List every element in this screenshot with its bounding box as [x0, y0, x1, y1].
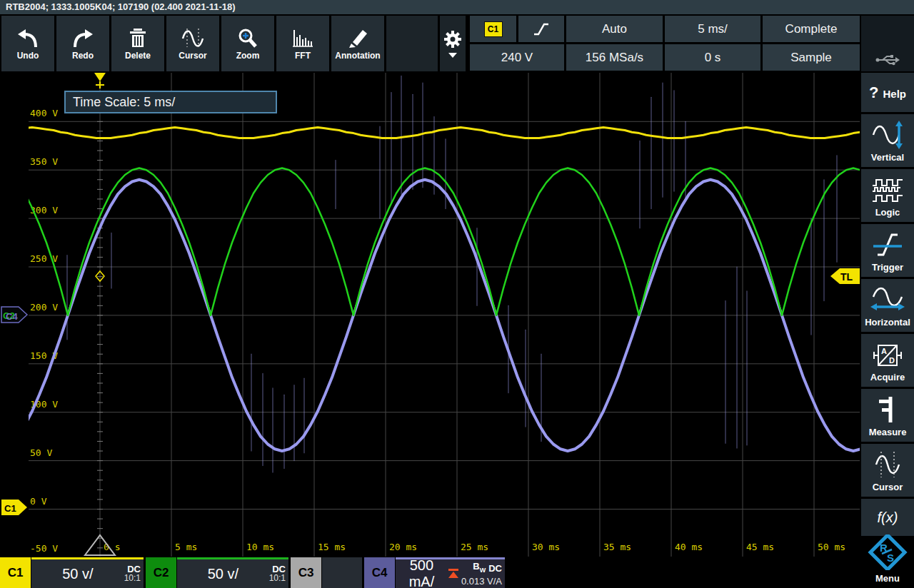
sidebar-item-acquire[interactable]: A D Acquire — [861, 334, 914, 387]
trigger-mode-cell[interactable]: Auto — [566, 16, 663, 42]
channel-c3-panel[interactable] — [322, 557, 362, 588]
channel-c4-panel[interactable]: 500 mA/ BW DC 0.013 V/A — [396, 557, 505, 588]
x-axis-label: 45 ms — [746, 542, 774, 552]
svg-text:S: S — [887, 552, 894, 564]
markers: C1C2C4TL — [1, 73, 860, 555]
trigger-slope-icon — [872, 230, 903, 259]
measure-caliper-icon — [873, 395, 902, 424]
oscilloscope-screen: { "title_bar": { "text": "RTB2004; 1333.… — [0, 0, 914, 588]
settings-button[interactable] — [440, 16, 466, 71]
acquisition-state-cell[interactable]: Complete — [763, 16, 860, 42]
status-cluster: C1 240 V Auto 156 MSa/s 5 ms/ 0 s Comple… — [470, 16, 860, 71]
pencil-icon — [346, 27, 370, 49]
ad-converter-icon: A D — [871, 342, 904, 369]
x-axis-label: 10 ms — [246, 542, 274, 552]
x-axis-label: 25 ms — [461, 542, 488, 552]
c2-c4-offset-marker[interactable]: C2C4 — [1, 307, 27, 323]
cursor-sine-icon — [181, 27, 205, 49]
cursor-button[interactable]: Cursor — [166, 16, 219, 71]
timebase-cell[interactable]: 5 ms/ — [665, 16, 760, 42]
sidebar-item-vertical[interactable]: Vertical — [861, 114, 914, 167]
sidebar-item-horizontal[interactable]: Horizontal — [861, 279, 914, 332]
toolbar: Undo Redo Delete Cursor — [0, 16, 914, 71]
c4-noise-spikes — [67, 76, 837, 472]
trigger-source-badge: C1 — [484, 21, 503, 37]
svg-text:A: A — [881, 347, 887, 355]
chevron-down-icon — [448, 53, 457, 58]
y-axis-label: -50 V — [30, 543, 58, 554]
channel-c1-panel[interactable]: 50 v/ DC 10:1 — [31, 557, 144, 588]
sidebar-item-menu[interactable]: R S Menu — [861, 538, 914, 588]
c4-probe-factor: 0.013 V/A — [461, 576, 502, 587]
svg-text:TL: TL — [840, 271, 853, 283]
waveform-display[interactable]: 400 V350 V300 V250 V200 V150 V100 V50 V0… — [0, 73, 860, 557]
redo-button[interactable]: Redo — [56, 16, 109, 71]
horizontal-position-cell[interactable]: 0 s — [665, 44, 760, 71]
channel-c2-panel[interactable]: 50 v/ DC 10:1 — [177, 557, 288, 588]
y-axis-label: 400 V — [30, 108, 58, 118]
fx-label: f(x) — [878, 510, 898, 526]
x-axis-label: 50 ms — [818, 542, 845, 552]
y-axis-label: 50 V — [30, 447, 52, 458]
trigger-source-cell[interactable]: C1 — [470, 16, 516, 42]
channel-c1-badge[interactable]: C1 — [0, 557, 31, 588]
sidebar-item-logic[interactable]: Logic — [861, 169, 914, 222]
trigger-level-marker[interactable]: TL — [830, 268, 860, 284]
delete-button[interactable]: Delete — [111, 16, 164, 71]
svg-text:C4: C4 — [6, 311, 18, 322]
rising-edge-icon — [532, 21, 551, 37]
question-mark-icon: ? — [869, 83, 878, 102]
graticule — [29, 73, 860, 557]
sidebar-item-cursor[interactable]: Cursor — [861, 444, 914, 497]
time-scale-tooltip: Time Scale: 5 ms/ — [64, 91, 277, 113]
c4-scale: 500 mA/ — [396, 557, 448, 588]
y-axis-label: 200 V — [30, 302, 58, 313]
c1-offset-marker[interactable]: C1 — [1, 500, 27, 515]
y-axis-label: 0 V — [30, 496, 47, 507]
annotation-button[interactable]: Annotation — [331, 16, 384, 71]
c1-waveform — [25, 127, 860, 138]
usb-status-panel — [861, 16, 914, 71]
trash-icon — [126, 27, 150, 49]
trigger-level-cell[interactable]: 240 V — [470, 44, 564, 71]
rs-logo-icon: R S — [868, 534, 908, 570]
acquisition-mode-cell[interactable]: Sample — [763, 44, 860, 71]
usb-icon — [875, 53, 900, 67]
svg-text:C1: C1 — [4, 503, 16, 514]
empty-toolbar-slot — [386, 16, 438, 71]
channel-c3-badge[interactable]: C3 — [291, 557, 321, 588]
vertical-scale-icon — [870, 121, 905, 149]
x-axis-label: 5 ms — [175, 542, 197, 552]
c2-coupling: DC 10:1 — [269, 564, 288, 583]
toolbar-buttons: Undo Redo Delete Cursor — [1, 16, 466, 71]
trigger-position-marker[interactable] — [94, 73, 106, 88]
device-id-text: RTB2004; 1333.1005K04; 107190 (02.400 20… — [6, 1, 236, 12]
trigger-slope-cell[interactable] — [518, 16, 564, 42]
channel-c2-badge[interactable]: C2 — [146, 557, 176, 588]
cursor-sine-icon — [872, 450, 903, 479]
c4-bandwidth-coupling: BW DC — [473, 561, 502, 576]
sample-rate-cell[interactable]: 156 MSa/s — [566, 44, 663, 71]
redo-icon — [71, 27, 95, 49]
title-bar: RTB2004; 1333.1005K04; 107190 (02.400 20… — [0, 0, 914, 14]
sidebar-item-trigger[interactable]: Trigger — [861, 224, 914, 277]
sidebar-item-help[interactable]: ? Help — [861, 73, 914, 112]
x-axis-label: 40 ms — [675, 542, 703, 552]
channel-c4-badge[interactable]: C4 — [364, 557, 395, 588]
undo-icon — [16, 27, 40, 49]
c2-scale: 50 v/ — [177, 566, 269, 582]
horizontal-scale-icon — [869, 285, 906, 314]
fft-spectrum-icon — [291, 27, 315, 49]
sidebar-item-fx[interactable]: f(x) — [861, 499, 914, 536]
channel-bar: C1 50 v/ DC 10:1 C2 50 v/ DC 10:1 C3 C4 … — [0, 557, 860, 588]
sidebar-item-measure[interactable]: Measure — [861, 389, 914, 442]
sidebar-menu: ? Help Vertical Logic Trigger — [861, 73, 914, 588]
magnifier-icon — [236, 27, 260, 49]
x-axis-label: 20 ms — [389, 542, 417, 552]
c1-coupling: DC 10:1 — [124, 564, 144, 583]
gear-icon — [443, 30, 462, 49]
waveforms — [25, 76, 860, 472]
zoom-button[interactable]: Zoom — [221, 16, 274, 71]
undo-button[interactable]: Undo — [1, 16, 54, 71]
fft-button[interactable]: FFT — [276, 16, 329, 71]
